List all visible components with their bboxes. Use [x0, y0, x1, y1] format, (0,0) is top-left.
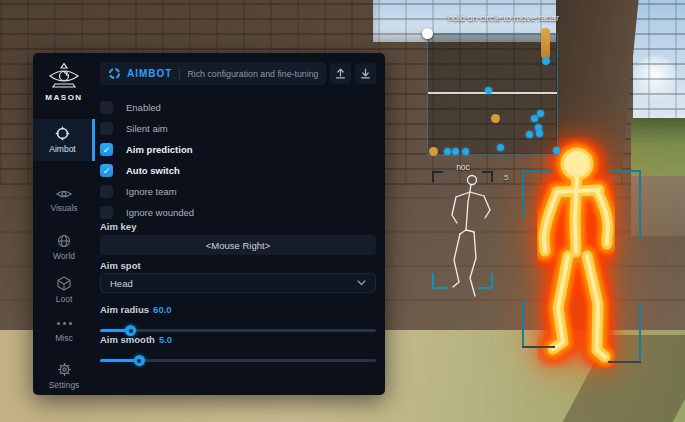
section-header: AIMBOT Rich configuration and fine-tunin…: [100, 62, 326, 85]
import-config-button[interactable]: [355, 63, 376, 84]
toggle-row[interactable]: Silent aim: [100, 118, 376, 139]
checkbox[interactable]: ✓: [100, 164, 113, 177]
globe-icon: [57, 234, 71, 248]
radar-dot-orange: [491, 114, 500, 123]
radar-drag-handle[interactable]: [422, 28, 433, 39]
toggle-row[interactable]: Ignore wounded: [100, 202, 376, 223]
download-icon: [360, 68, 371, 79]
radar-dot-blue: [452, 148, 459, 155]
slider-fill: [100, 359, 139, 362]
radar-hint-text: hold on circle to move radar: [448, 13, 559, 23]
aim-key-binding-button[interactable]: <Mouse Right>: [100, 235, 376, 255]
toggle-label: Ignore wounded: [126, 207, 194, 218]
section-title: AIMBOT: [127, 68, 172, 79]
sidebar-item-label: Misc: [55, 333, 72, 343]
menu-content: AIMBOT Rich configuration and fine-tunin…: [100, 62, 376, 85]
toggle-row[interactable]: ✓ Aim prediction: [100, 139, 376, 160]
sidebar-item-label: World: [53, 251, 75, 261]
header-divider: [179, 68, 180, 80]
sidebar-item-label: Loot: [56, 294, 73, 304]
toggle-label: Ignore team: [126, 186, 177, 197]
sidebar: MASON Aimbot Visuals: [33, 53, 95, 395]
sidebar-item-misc[interactable]: Misc: [33, 309, 95, 350]
aim-smooth-slider[interactable]: [100, 355, 376, 366]
reticle-icon: [108, 67, 121, 80]
checkbox[interactable]: [100, 185, 113, 198]
slider-label-text: Aim radius: [100, 304, 149, 315]
toggle-row[interactable]: Enabled: [100, 97, 376, 118]
radar-horizon-line: [428, 92, 557, 94]
sidebar-item-world[interactable]: World: [33, 227, 95, 268]
toggle-label: Enabled: [126, 102, 161, 113]
toggle-row[interactable]: ✓ Auto switch: [100, 160, 376, 181]
toggle-label: Auto switch: [126, 165, 180, 176]
slider-value: 5.0: [159, 334, 172, 345]
toggle-label: Silent aim: [126, 123, 168, 134]
aim-spot-value: Head: [110, 278, 133, 289]
brand-logo: MASON: [33, 62, 95, 102]
sidebar-item-label: Aimbot: [49, 144, 75, 154]
section-subtitle: Rich configuration and fine-tuning: [187, 69, 318, 79]
gear-icon: [57, 362, 72, 377]
radar-dot-blue: [537, 110, 544, 117]
radar-dot-blue: [536, 130, 543, 137]
cheat-menu-window: MASON Aimbot Visuals: [33, 53, 385, 395]
toggle-row[interactable]: Ignore team: [100, 181, 376, 202]
slider-thumb[interactable]: [134, 355, 145, 366]
sidebar-item-settings[interactable]: Settings: [33, 355, 95, 397]
radar-dot-blue: [553, 147, 560, 154]
radar-widget[interactable]: [427, 33, 558, 155]
aim-radius-label: Aim radius60.0: [100, 304, 172, 315]
slider-label-text: Aim smooth: [100, 334, 155, 345]
export-config-button[interactable]: [330, 63, 351, 84]
radar-dot-blue: [462, 148, 469, 155]
skeleton-esp: [428, 170, 496, 302]
checkbox[interactable]: [100, 101, 113, 114]
player-distance-label: 5: [504, 173, 508, 182]
radar-dot-orange: [429, 147, 438, 156]
aim-smooth-control: Aim smooth5.0: [100, 329, 376, 366]
radar-dot-blue: [526, 131, 533, 138]
radar-dot-blue: [485, 87, 492, 94]
radar-dot-blue: [497, 144, 504, 151]
sidebar-item-aimbot[interactable]: Aimbot: [33, 119, 95, 161]
sidebar-item-visuals[interactable]: Visuals: [33, 181, 95, 220]
brand-name: MASON: [33, 93, 95, 102]
checkbox[interactable]: ✓: [100, 143, 113, 156]
toggle-list: Enabled Silent aim ✓ Aim prediction ✓ Au…: [100, 97, 376, 223]
chevron-down-icon: [357, 280, 366, 286]
aim-smooth-label: Aim smooth5.0: [100, 334, 172, 345]
loot-marker-pill: [541, 28, 550, 59]
sidebar-item-label: Visuals: [50, 203, 77, 213]
radar-dot-blue: [531, 115, 538, 122]
game-screen: hold on circle to move radar noc 5: [0, 0, 685, 422]
checkbox[interactable]: [100, 122, 113, 135]
toggle-label: Aim prediction: [126, 144, 193, 155]
upload-icon: [335, 68, 346, 79]
ellipsis-icon: [57, 316, 72, 330]
eye-icon: [56, 188, 72, 200]
radar-dot-blue: [444, 148, 451, 155]
player-bracket: [522, 170, 641, 363]
slider-value: 60.0: [153, 304, 172, 315]
sidebar-item-label: Settings: [49, 380, 80, 390]
box-icon: [57, 276, 71, 291]
mason-eye-icon: [47, 62, 81, 90]
target-icon: [55, 126, 70, 141]
aim-spot-label: Aim spot: [100, 260, 141, 271]
aim-key-label: Aim key: [100, 221, 136, 232]
loot-marker-dot: [542, 57, 550, 65]
sidebar-item-loot[interactable]: Loot: [33, 269, 95, 311]
checkbox[interactable]: [100, 206, 113, 219]
aim-spot-dropdown[interactable]: Head: [100, 273, 376, 293]
